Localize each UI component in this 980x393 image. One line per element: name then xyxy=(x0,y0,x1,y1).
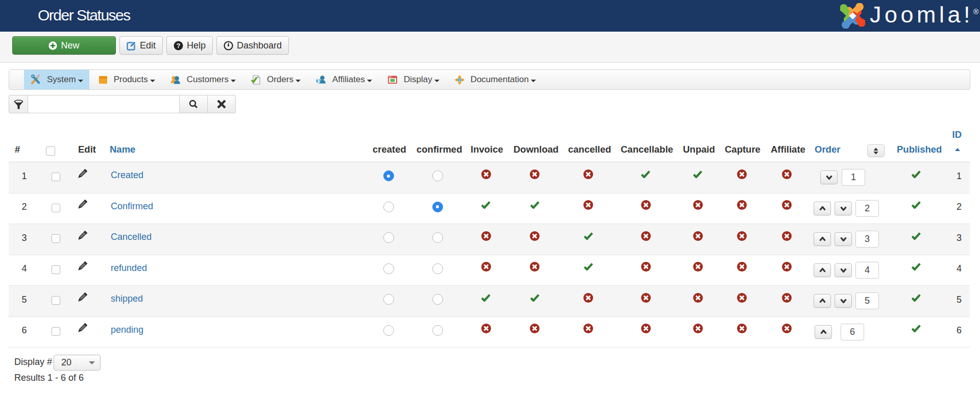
svg-text:?: ? xyxy=(458,78,461,83)
svg-text:$: $ xyxy=(317,78,320,84)
svg-text:?: ? xyxy=(177,42,181,50)
